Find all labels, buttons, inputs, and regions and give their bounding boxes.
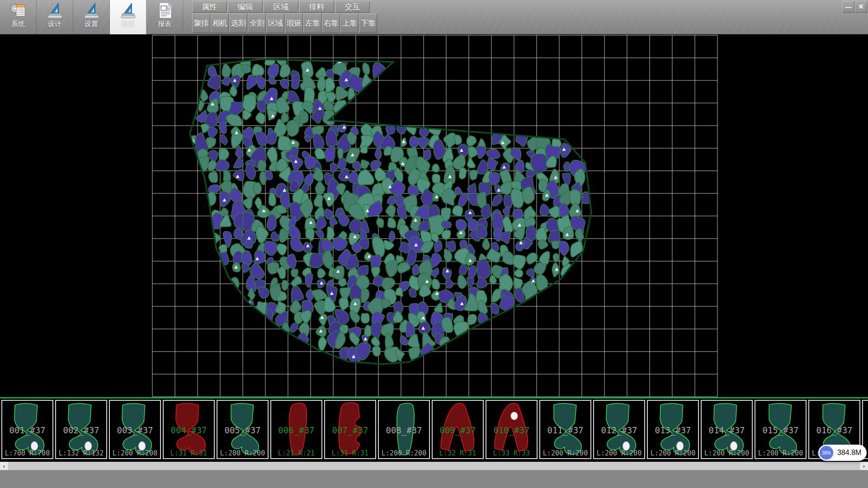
piece-lr-count-label: L:32 R:31	[433, 449, 483, 457]
piece-lr-count-label: L:31 R:31	[164, 449, 214, 457]
piece-lr-count-label: L:132 R:132	[56, 449, 106, 457]
minimize-button[interactable]: —	[842, 1, 854, 13]
launcher-tabs: 系统设计设置排版报表	[0, 0, 183, 34]
tool-button-瑕疵[interactable]: 瑕疵	[285, 14, 303, 33]
nesting-canvas[interactable]	[0, 34, 868, 397]
piece-lr-count-label: L:200 R:200	[755, 449, 806, 457]
launcher-tab-设计[interactable]: 设计	[37, 0, 73, 34]
horizontal-scrollbar[interactable]: ‹ ›	[0, 462, 868, 470]
piece-thumbnail-006_#37[interactable]: 006_#37L:21 R:21	[270, 400, 322, 459]
memory-progress-badge: 38% 384.8M	[818, 445, 867, 461]
piece-name-label: 005_#37	[217, 425, 268, 435]
piece-thumbnail-009_#37[interactable]: 009_#37L:32 R:31	[432, 400, 484, 459]
piece-thumbnail-011_#37[interactable]: 011_#37L:200 R:200	[539, 400, 591, 459]
piece-name-label: 004_#37	[164, 425, 214, 435]
piece-lr-count-label: L:33 R:33	[486, 449, 537, 457]
piece-lr-count-label: L:200 R:200	[379, 449, 429, 457]
piece-name-label: 014_#37	[702, 425, 752, 435]
launcher-tab-系统[interactable]: 系统	[0, 0, 37, 34]
tool-button-右靠[interactable]: 右靠	[322, 14, 340, 33]
piece-thumbnail-001_#37[interactable]: 001_#37L:700 R:700	[1, 400, 53, 459]
ruler-icon	[82, 2, 100, 19]
scroll-right-arrow-icon[interactable]: ›	[860, 462, 868, 470]
piece-name-label: 010_#37	[486, 425, 537, 435]
tool-button-选割[interactable]: 选割	[229, 14, 247, 33]
piece-thumbnail-015_#37[interactable]: 015_#37L:200 R:200	[755, 400, 807, 459]
piece-thumbnail-004_#37[interactable]: 004_#37L:31 R:31	[163, 400, 215, 459]
scroll-left-arrow-icon[interactable]: ‹	[0, 462, 8, 470]
launcher-tab-label: 系统	[11, 20, 25, 28]
piece-thumbnail-014_#37[interactable]: 014_#37L:200 R:200	[701, 400, 753, 459]
titlebar: 系统设计设置排版报表 属性编辑区域排料交互 聚排相机选割全割区域瑕疵左靠右靠上靠…	[0, 0, 868, 34]
piece-name-label: 002_#37	[56, 425, 106, 435]
tool-bar: 聚排相机选割全割区域瑕疵左靠右靠上靠下靠	[192, 14, 377, 33]
piece-name-label: 006_#37	[271, 425, 321, 435]
piece-thumbnail-002_#37[interactable]: 002_#37L:132 R:132	[55, 400, 107, 459]
menu-bar: 属性编辑区域排料交互	[192, 1, 371, 13]
piece-name-label: 009_#37	[433, 425, 483, 435]
menu-button-交互[interactable]: 交互	[335, 1, 370, 13]
piece-thumbnail-005_#37[interactable]: 005_#37L:200 R:200	[217, 400, 269, 459]
menu-button-区域[interactable]: 区域	[264, 1, 298, 13]
launcher-tab-label: 排版	[121, 20, 135, 28]
strip-divider-line	[0, 397, 868, 399]
launcher-tab-label: 报表	[158, 20, 171, 28]
tool-button-左靠[interactable]: 左靠	[303, 14, 321, 33]
thumbnail-row: 001_#37L:700 R:700002_#37L:132 R:132003_…	[0, 400, 868, 459]
system-gear-icon	[9, 2, 27, 19]
piece-lr-count-label: L:31 R:31	[325, 449, 375, 457]
launcher-tab-排版[interactable]: 排版	[110, 0, 146, 34]
ruler-icon	[46, 2, 64, 19]
piece-lr-count-label: L:200 R:200	[702, 449, 752, 457]
piece-name-label: 011_#37	[540, 425, 590, 435]
status-bar	[0, 470, 868, 488]
tool-button-上靠[interactable]: 上靠	[340, 14, 359, 33]
piece-thumbnail-012_#37[interactable]: 012_#37L:200 R:200	[593, 400, 645, 459]
piece-name-label: 001_#37	[2, 425, 52, 435]
piece-lr-count-label: L:700 R:700	[2, 449, 52, 457]
piece-lr-count-label: L:21 R:21	[271, 449, 321, 457]
piece-name-label: 008_#37	[379, 425, 429, 435]
tool-button-相机[interactable]: 相机	[211, 14, 229, 33]
piece-name-label: 003_#37	[110, 425, 160, 435]
piece-name-label: 007_#37	[325, 425, 375, 435]
piece-lr-count-label: L:200 R:200	[648, 449, 698, 457]
window-controls: — ✕	[842, 1, 867, 13]
piece-thumbnail-strip: 001_#37L:700 R:700002_#37L:132 R:132003_…	[0, 397, 868, 462]
close-button[interactable]: ✕	[855, 1, 867, 13]
piece-thumbnail-008_#37[interactable]: 008_#37L:200 R:200	[378, 400, 430, 459]
piece-lr-count-label: L:200 R:200	[540, 449, 590, 457]
memory-usage-label: 384.8M	[837, 449, 861, 457]
piece-lr-count-label: L:200 R:200	[110, 449, 160, 457]
piece-name-label: 015_#37	[755, 425, 806, 435]
piece-name-label: 012_#37	[594, 425, 644, 435]
piece-thumbnail-007_#37[interactable]: 007_#37L:31 R:31	[324, 400, 376, 459]
piece-thumbnail-010_#37[interactable]: 010_#37L:33 R:33	[486, 400, 538, 459]
menu-button-属性[interactable]: 属性	[192, 1, 227, 13]
report-doc-icon	[156, 2, 174, 19]
tool-button-下靠[interactable]: 下靠	[359, 14, 377, 33]
progress-circle: 38%	[819, 446, 834, 460]
piece-thumbnail-013_#37[interactable]: 013_#37L:200 R:200	[647, 400, 699, 459]
launcher-tab-设置[interactable]: 设置	[73, 0, 110, 34]
piece-name-label: 016_#37	[809, 425, 859, 435]
piece-thumbnail-003_#37[interactable]: 003_#37L:200 R:200	[109, 400, 161, 459]
launcher-tab-报表[interactable]: 报表	[146, 0, 183, 34]
tool-button-区域[interactable]: 区域	[266, 14, 284, 33]
piece-lr-count-label: L:200 R:200	[594, 449, 644, 457]
menu-button-排料[interactable]: 排料	[299, 1, 334, 13]
tool-button-全割[interactable]: 全割	[248, 14, 266, 33]
hide-layout-drawing	[0, 34, 868, 397]
tool-button-聚排[interactable]: 聚排	[192, 14, 210, 33]
launcher-tab-label: 设置	[85, 20, 98, 28]
ruler-icon	[119, 2, 137, 19]
launcher-tab-label: 设计	[48, 20, 61, 28]
menu-button-编辑[interactable]: 编辑	[228, 1, 263, 13]
piece-lr-count-label: L:200 R:200	[217, 449, 268, 457]
piece-name-label: 013_#37	[648, 425, 698, 435]
